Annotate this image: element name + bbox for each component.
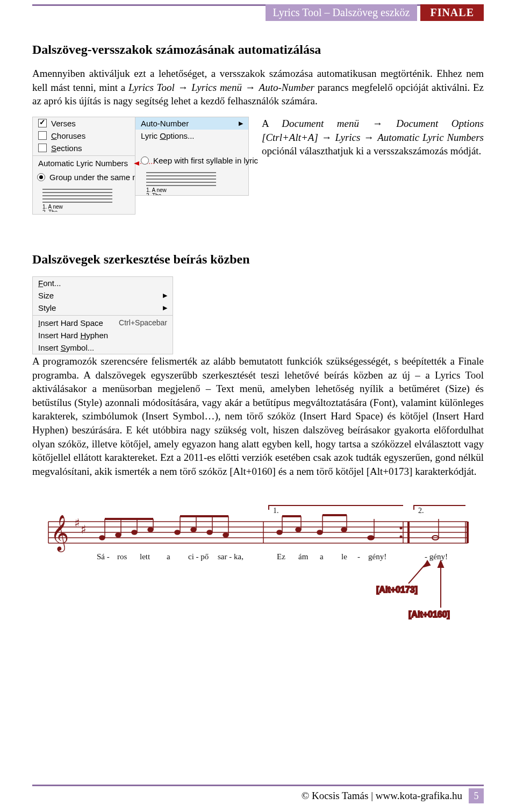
svg-point-54	[317, 530, 322, 535]
menu-item-sections[interactable]: Sections	[33, 142, 135, 154]
mini-staff-icon: 1. A new 2. The	[37, 186, 118, 212]
svg-point-59	[368, 536, 374, 540]
svg-point-56	[341, 528, 347, 532]
svg-point-51	[296, 528, 301, 532]
svg-text:ám: ám	[298, 552, 309, 561]
svg-text:le: le	[341, 552, 347, 561]
check-icon	[38, 144, 47, 152]
header-title: Lyrics Tool – Dalszöveg eszköz	[266, 4, 418, 21]
svg-point-27	[400, 526, 403, 529]
svg-text:gény!: gény!	[368, 552, 386, 561]
svg-point-31	[99, 536, 105, 540]
svg-text:lett: lett	[140, 552, 150, 561]
svg-point-49	[277, 530, 282, 535]
svg-point-42	[191, 528, 196, 532]
header-badge: FINALE	[420, 4, 484, 21]
svg-point-46	[223, 533, 228, 537]
page-number: 5	[469, 788, 484, 803]
radio-icon	[37, 173, 45, 181]
svg-text:Sá -: Sá -	[97, 552, 110, 561]
section2-body: A programozók szerencsére felismerték az…	[32, 354, 484, 479]
mini-staff-icon: 1. A new 2. The	[141, 169, 221, 195]
menu-item-verses[interactable]: Verses	[33, 117, 135, 130]
check-icon	[38, 119, 47, 127]
svg-point-33	[116, 533, 121, 537]
treble-clef-icon: 𝄞	[51, 515, 69, 552]
menu-item-insert-hard-space[interactable]: Insert Hard SpaceCtrl+Spacebar	[33, 317, 173, 329]
svg-text:2.      The: 2. The	[42, 209, 58, 212]
svg-text:♯: ♯	[74, 516, 80, 530]
svg-text:♯: ♯	[81, 523, 87, 536]
svg-marker-1	[134, 161, 139, 166]
menu-item-autonumber[interactable]: Auto-Number▶	[135, 117, 248, 130]
svg-text:2.: 2.	[418, 507, 424, 515]
svg-text:1.: 1.	[273, 507, 279, 515]
chevron-right-icon: ▶	[152, 292, 167, 299]
menu-item-insert-symbol[interactable]: Insert Symbol...	[33, 341, 173, 354]
footer-credit: © Kocsis Tamás | www.kota-grafika.hu	[302, 790, 462, 802]
menu-item-lyricoptions[interactable]: Lyric Options...	[135, 130, 248, 142]
svg-point-37	[148, 528, 153, 532]
menu-screenshot-2: Font... Size▶ Style▶ Insert Hard SpaceCt…	[32, 276, 173, 354]
menu-item-font[interactable]: Font...	[33, 277, 173, 289]
radio-group-under[interactable]: Group under the same note	[37, 172, 148, 183]
section1-para: Amennyiben aktiváljuk ezt a lehetőséget,…	[32, 67, 484, 108]
svg-text:sar - ka,: sar - ka,	[218, 552, 243, 561]
check-icon	[38, 131, 47, 140]
svg-marker-82	[438, 561, 443, 567]
svg-text:[Alt+0173]: [Alt+0173]	[376, 585, 418, 594]
svg-text:ros: ros	[117, 552, 127, 561]
chevron-right-icon: ▶	[152, 304, 167, 311]
svg-point-35	[132, 530, 137, 535]
chevron-right-icon: ▶	[228, 120, 243, 127]
section2-heading: Dalszövegek szerkesztése beírás közben	[32, 252, 484, 267]
section1-heading: Dalszöveg-versszakok számozásának automa…	[32, 42, 484, 57]
svg-text:2. The: 2. The	[146, 193, 162, 195]
svg-text:[Alt+0160]: [Alt+0160]	[408, 610, 450, 619]
svg-point-28	[400, 535, 403, 538]
svg-point-40	[175, 530, 180, 535]
section1-sidenote: A Document menü → Document Options [Ctrl…	[262, 117, 484, 158]
svg-point-44	[207, 530, 212, 535]
music-figure: 𝄞 ♯ ♯	[32, 500, 484, 637]
svg-text:a: a	[167, 552, 170, 561]
radio-icon	[141, 156, 149, 165]
menu-item-style[interactable]: Style▶	[33, 302, 173, 314]
svg-text:Ez: Ez	[277, 552, 285, 561]
menu-item-choruses[interactable]: Choruses	[33, 130, 135, 142]
svg-text:-: -	[357, 552, 360, 561]
menu-item-insert-hard-hyphen[interactable]: Insert Hard Hyphen	[33, 329, 173, 341]
menu-label-autolyric: Automatic Lyric Numbers	[33, 157, 135, 169]
svg-text:a: a	[320, 552, 324, 561]
menu-screenshot-1: Verses Choruses Sections Automatic Lyric…	[32, 117, 249, 215]
svg-text:ci - pő: ci - pő	[188, 552, 209, 561]
menu-item-size[interactable]: Size▶	[33, 289, 173, 302]
svg-text:- gény!: - gény!	[425, 552, 448, 561]
